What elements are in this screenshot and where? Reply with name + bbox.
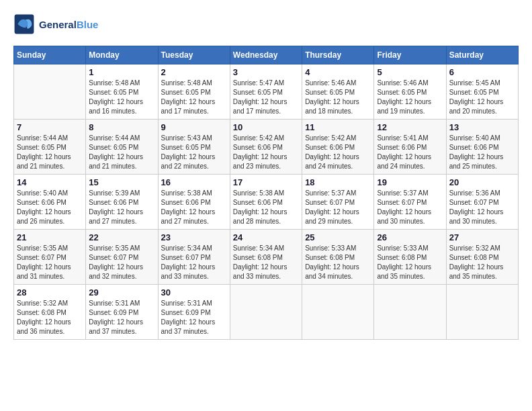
day-number: 6: [449, 67, 515, 77]
day-info: Sunrise: 5:46 AM Sunset: 6:05 PM Dayligh…: [377, 79, 443, 116]
day-number: 5: [377, 67, 443, 77]
day-number: 2: [161, 67, 227, 77]
calendar-day-cell: 16Sunrise: 5:38 AM Sunset: 6:06 PM Dayli…: [158, 175, 230, 230]
calendar-day-cell: 14Sunrise: 5:40 AM Sunset: 6:06 PM Dayli…: [14, 175, 86, 230]
day-info: Sunrise: 5:43 AM Sunset: 6:05 PM Dayligh…: [161, 134, 227, 171]
calendar-header-row: SundayMondayTuesdayWednesdayThursdayFrid…: [14, 46, 519, 64]
calendar-day-header: Tuesday: [158, 46, 230, 64]
day-number: 11: [305, 122, 371, 132]
calendar-day-header: Saturday: [446, 46, 518, 64]
calendar-day-cell: 22Sunrise: 5:35 AM Sunset: 6:07 PM Dayli…: [86, 230, 158, 285]
day-info: Sunrise: 5:35 AM Sunset: 6:07 PM Dayligh…: [17, 244, 83, 281]
calendar-day-cell: 17Sunrise: 5:38 AM Sunset: 6:06 PM Dayli…: [230, 175, 302, 230]
calendar-empty-cell: [446, 285, 518, 340]
calendar-day-cell: 2Sunrise: 5:48 AM Sunset: 6:05 PM Daylig…: [158, 64, 230, 120]
calendar-empty-cell: [230, 285, 302, 340]
day-info: Sunrise: 5:34 AM Sunset: 6:08 PM Dayligh…: [233, 244, 299, 281]
calendar-week-row: 7Sunrise: 5:44 AM Sunset: 6:05 PM Daylig…: [14, 120, 519, 175]
calendar-day-cell: 29Sunrise: 5:31 AM Sunset: 6:09 PM Dayli…: [86, 285, 158, 340]
calendar-day-cell: 27Sunrise: 5:32 AM Sunset: 6:08 PM Dayli…: [446, 230, 518, 285]
logo: GeneralBlue: [13, 13, 98, 35]
calendar-week-row: 14Sunrise: 5:40 AM Sunset: 6:06 PM Dayli…: [14, 175, 519, 230]
day-number: 21: [17, 232, 83, 242]
day-info: Sunrise: 5:37 AM Sunset: 6:07 PM Dayligh…: [377, 189, 443, 226]
calendar-day-cell: 12Sunrise: 5:41 AM Sunset: 6:06 PM Dayli…: [374, 120, 446, 175]
day-info: Sunrise: 5:33 AM Sunset: 6:08 PM Dayligh…: [377, 244, 443, 281]
calendar-day-cell: 5Sunrise: 5:46 AM Sunset: 6:05 PM Daylig…: [374, 64, 446, 120]
logo-icon: [13, 13, 35, 35]
calendar-empty-cell: [14, 64, 86, 120]
day-info: Sunrise: 5:46 AM Sunset: 6:05 PM Dayligh…: [305, 79, 371, 116]
day-info: Sunrise: 5:38 AM Sunset: 6:06 PM Dayligh…: [161, 189, 227, 226]
day-info: Sunrise: 5:32 AM Sunset: 6:08 PM Dayligh…: [449, 244, 515, 281]
calendar-day-cell: 9Sunrise: 5:43 AM Sunset: 6:05 PM Daylig…: [158, 120, 230, 175]
day-number: 16: [161, 177, 227, 187]
calendar-day-cell: 3Sunrise: 5:47 AM Sunset: 6:05 PM Daylig…: [230, 64, 302, 120]
calendar-day-cell: 7Sunrise: 5:44 AM Sunset: 6:05 PM Daylig…: [14, 120, 86, 175]
calendar-day-cell: 26Sunrise: 5:33 AM Sunset: 6:08 PM Dayli…: [374, 230, 446, 285]
day-info: Sunrise: 5:37 AM Sunset: 6:07 PM Dayligh…: [305, 189, 371, 226]
calendar-week-row: 1Sunrise: 5:48 AM Sunset: 6:05 PM Daylig…: [14, 64, 519, 120]
day-info: Sunrise: 5:48 AM Sunset: 6:05 PM Dayligh…: [161, 79, 227, 116]
day-number: 22: [89, 232, 154, 242]
calendar-day-header: Monday: [86, 46, 158, 64]
calendar-day-cell: 11Sunrise: 5:42 AM Sunset: 6:06 PM Dayli…: [302, 120, 374, 175]
day-number: 10: [233, 122, 299, 132]
day-info: Sunrise: 5:40 AM Sunset: 6:06 PM Dayligh…: [449, 134, 515, 171]
day-number: 25: [305, 232, 371, 242]
calendar-day-cell: 19Sunrise: 5:37 AM Sunset: 6:07 PM Dayli…: [374, 175, 446, 230]
day-info: Sunrise: 5:47 AM Sunset: 6:05 PM Dayligh…: [233, 79, 299, 116]
day-number: 13: [449, 122, 515, 132]
day-number: 19: [377, 177, 443, 187]
calendar-day-cell: 28Sunrise: 5:32 AM Sunset: 6:08 PM Dayli…: [14, 285, 86, 340]
day-info: Sunrise: 5:35 AM Sunset: 6:07 PM Dayligh…: [89, 244, 154, 281]
calendar-day-cell: 30Sunrise: 5:31 AM Sunset: 6:09 PM Dayli…: [158, 285, 230, 340]
calendar-day-cell: 25Sunrise: 5:33 AM Sunset: 6:08 PM Dayli…: [302, 230, 374, 285]
calendar-day-cell: 23Sunrise: 5:34 AM Sunset: 6:07 PM Dayli…: [158, 230, 230, 285]
day-number: 4: [305, 67, 371, 77]
day-info: Sunrise: 5:34 AM Sunset: 6:07 PM Dayligh…: [161, 244, 227, 281]
calendar-day-cell: 13Sunrise: 5:40 AM Sunset: 6:06 PM Dayli…: [446, 120, 518, 175]
day-number: 17: [233, 177, 299, 187]
day-number: 26: [377, 232, 443, 242]
calendar-day-cell: 21Sunrise: 5:35 AM Sunset: 6:07 PM Dayli…: [14, 230, 86, 285]
day-number: 15: [89, 177, 154, 187]
day-number: 30: [161, 287, 227, 298]
page-header: GeneralBlue: [13, 13, 519, 35]
day-info: Sunrise: 5:44 AM Sunset: 6:05 PM Dayligh…: [17, 134, 83, 171]
day-number: 18: [305, 177, 371, 187]
day-number: 12: [377, 122, 443, 132]
day-number: 9: [161, 122, 227, 132]
day-number: 23: [161, 232, 227, 242]
day-info: Sunrise: 5:39 AM Sunset: 6:06 PM Dayligh…: [89, 189, 154, 226]
day-number: 24: [233, 232, 299, 242]
day-number: 1: [89, 67, 154, 77]
calendar-table: SundayMondayTuesdayWednesdayThursdayFrid…: [13, 46, 519, 340]
day-info: Sunrise: 5:38 AM Sunset: 6:06 PM Dayligh…: [233, 189, 299, 226]
day-number: 29: [89, 287, 154, 298]
day-info: Sunrise: 5:33 AM Sunset: 6:08 PM Dayligh…: [305, 244, 371, 281]
calendar-day-header: Thursday: [302, 46, 374, 64]
calendar-week-row: 28Sunrise: 5:32 AM Sunset: 6:08 PM Dayli…: [14, 285, 519, 340]
logo-text: GeneralBlue: [39, 19, 98, 30]
day-info: Sunrise: 5:31 AM Sunset: 6:09 PM Dayligh…: [161, 299, 227, 336]
calendar-day-cell: 24Sunrise: 5:34 AM Sunset: 6:08 PM Dayli…: [230, 230, 302, 285]
calendar-empty-cell: [302, 285, 374, 340]
day-number: 7: [17, 122, 83, 132]
day-info: Sunrise: 5:44 AM Sunset: 6:05 PM Dayligh…: [89, 134, 154, 171]
day-number: 3: [233, 67, 299, 77]
calendar-day-cell: 4Sunrise: 5:46 AM Sunset: 6:05 PM Daylig…: [302, 64, 374, 120]
calendar-day-cell: 6Sunrise: 5:45 AM Sunset: 6:05 PM Daylig…: [446, 64, 518, 120]
calendar-day-cell: 20Sunrise: 5:36 AM Sunset: 6:07 PM Dayli…: [446, 175, 518, 230]
day-info: Sunrise: 5:48 AM Sunset: 6:05 PM Dayligh…: [89, 79, 154, 116]
day-info: Sunrise: 5:36 AM Sunset: 6:07 PM Dayligh…: [449, 189, 515, 226]
calendar-day-cell: 1Sunrise: 5:48 AM Sunset: 6:05 PM Daylig…: [86, 64, 158, 120]
day-info: Sunrise: 5:45 AM Sunset: 6:05 PM Dayligh…: [449, 79, 515, 116]
day-number: 8: [89, 122, 154, 132]
calendar-day-header: Sunday: [14, 46, 86, 64]
calendar-day-cell: 10Sunrise: 5:42 AM Sunset: 6:06 PM Dayli…: [230, 120, 302, 175]
calendar-day-cell: 8Sunrise: 5:44 AM Sunset: 6:05 PM Daylig…: [86, 120, 158, 175]
day-info: Sunrise: 5:40 AM Sunset: 6:06 PM Dayligh…: [17, 189, 83, 226]
day-info: Sunrise: 5:42 AM Sunset: 6:06 PM Dayligh…: [233, 134, 299, 171]
calendar-day-header: Wednesday: [230, 46, 302, 64]
